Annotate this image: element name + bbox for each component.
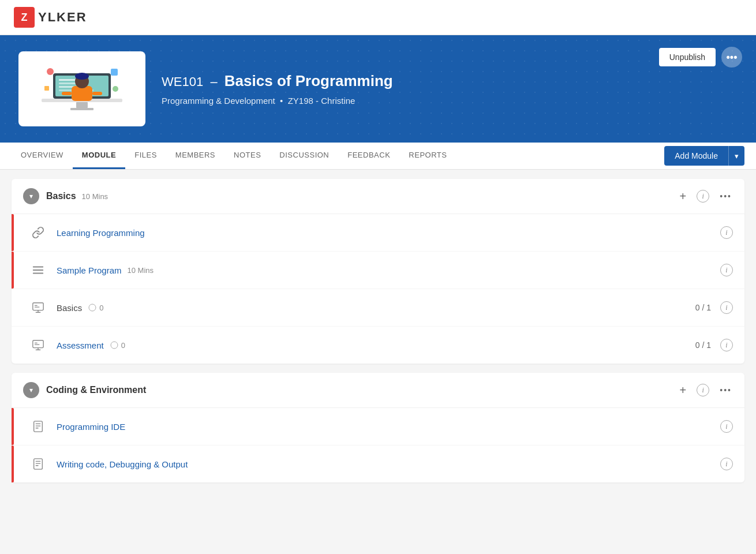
item-programming-ide-info[interactable]: i xyxy=(720,420,733,433)
svg-point-11 xyxy=(75,73,89,80)
item-assessment-comment: 0 xyxy=(110,340,125,350)
module-basics-title: Basics xyxy=(46,191,76,201)
svg-rect-37 xyxy=(34,459,43,469)
add-module-button[interactable]: Add Module xyxy=(664,146,728,166)
item-basics-info[interactable]: i xyxy=(720,301,733,314)
svg-point-16 xyxy=(113,86,118,92)
svg-rect-12 xyxy=(62,92,72,95)
module-basics-expand[interactable]: ▾ xyxy=(23,188,39,204)
item-writing-code-info[interactable]: i xyxy=(720,458,733,470)
module-coding-header: ▾ Coding & Environment + i ••• xyxy=(12,373,744,408)
item-assessment-info[interactable]: i xyxy=(720,339,733,351)
doc-icon xyxy=(28,416,48,437)
course-meta: Programming & Development • ZY198 - Chri… xyxy=(162,96,738,106)
item-sample-program-info[interactable]: i xyxy=(720,264,733,276)
logo: Z YLKER xyxy=(14,7,87,28)
svg-rect-1 xyxy=(76,102,88,108)
item-learning-programming-info[interactable]: i xyxy=(720,226,733,239)
logo-icon: Z xyxy=(14,7,35,28)
module-basics-add[interactable]: + xyxy=(679,189,688,204)
item-assessment: Assessment 0 0 / 1 i xyxy=(12,327,744,364)
svg-rect-27 xyxy=(33,340,43,348)
tab-notes[interactable]: NOTES xyxy=(224,143,270,169)
module-basics-duration: 10 Mins xyxy=(82,192,108,201)
module-coding-actions: + i ••• xyxy=(679,383,733,398)
tab-members[interactable]: MEMBERS xyxy=(166,143,224,169)
add-module-chevron[interactable]: ▾ xyxy=(728,146,744,166)
module-basics: ▾ Basics 10 Mins + i ••• Learning Progra… xyxy=(12,179,744,364)
svg-point-32 xyxy=(111,342,118,349)
item-assessment-score: 0 / 1 xyxy=(695,340,711,350)
svg-rect-15 xyxy=(111,69,118,76)
module-coding-info[interactable]: i xyxy=(697,384,709,396)
svg-rect-17 xyxy=(44,86,49,91)
item-sample-program-actions: i xyxy=(720,264,733,276)
logo-name: YLKER xyxy=(38,10,87,25)
module-basics-more[interactable]: ••• xyxy=(718,190,733,202)
tab-discussion[interactable]: DISCUSSION xyxy=(270,143,338,169)
tab-module[interactable]: MODULE xyxy=(73,143,125,169)
course-thumbnail xyxy=(18,51,145,126)
item-learning-programming: Learning Programming i xyxy=(12,214,744,252)
item-basics-comment: 0 xyxy=(88,303,103,312)
tab-overview[interactable]: OVERVIEW xyxy=(12,143,73,169)
module-coding-title: Coding & Environment xyxy=(46,385,146,395)
list-icon xyxy=(28,260,48,280)
svg-point-14 xyxy=(47,68,54,75)
item-basics-title: Basics xyxy=(57,303,82,313)
item-red-bar xyxy=(12,214,14,251)
module-coding-more[interactable]: ••• xyxy=(718,384,733,396)
tab-files[interactable]: FILES xyxy=(125,143,166,169)
item-sample-program-duration: 10 Mins xyxy=(128,266,154,275)
svg-rect-5 xyxy=(59,79,76,81)
item-basics-actions: 0 / 1 i xyxy=(695,301,733,314)
item-sample-program: Sample Program 10 Mins i xyxy=(12,252,744,289)
svg-rect-21 xyxy=(33,303,43,310)
course-title: Basics of Programming xyxy=(224,72,393,89)
course-info: WE101 – Basics of Programming Programmin… xyxy=(162,72,738,106)
tab-feedback[interactable]: FEEDBACK xyxy=(338,143,399,169)
item-programming-ide: Programming IDE i xyxy=(12,408,744,446)
item-red-bar-2 xyxy=(12,252,14,289)
module-coding: ▾ Coding & Environment + i ••• Programmi… xyxy=(12,373,744,482)
module-basics-actions: + i ••• xyxy=(679,189,733,204)
course-code: WE101 xyxy=(162,74,203,89)
item-writing-code-actions: i xyxy=(720,458,733,470)
item-learning-programming-actions: i xyxy=(720,226,733,239)
svg-rect-13 xyxy=(92,92,102,95)
content-area: ▾ Basics 10 Mins + i ••• Learning Progra… xyxy=(0,170,756,501)
item-assessment-actions: 0 / 1 i xyxy=(695,339,733,351)
monitor-icon-2 xyxy=(28,335,48,355)
course-code-title: WE101 – Basics of Programming xyxy=(162,72,738,90)
item-learning-programming-title[interactable]: Learning Programming xyxy=(57,228,145,238)
module-coding-expand[interactable]: ▾ xyxy=(23,382,39,398)
course-banner: WE101 – Basics of Programming Programmin… xyxy=(0,35,756,143)
item-sample-program-title[interactable]: Sample Program xyxy=(57,265,122,275)
monitor-icon xyxy=(28,297,48,318)
add-module-group: Add Module ▾ xyxy=(664,146,744,166)
module-basics-info[interactable]: i xyxy=(697,190,709,203)
item-basics-score: 0 / 1 xyxy=(695,303,711,312)
unpublish-button[interactable]: Unpublish xyxy=(659,48,716,66)
item-basics-comment-count: 0 xyxy=(99,304,103,312)
item-writing-code-title[interactable]: Writing code, Debugging & Output xyxy=(57,459,188,469)
module-coding-add[interactable]: + xyxy=(679,383,688,398)
item-programming-ide-actions: i xyxy=(720,420,733,433)
tab-reports[interactable]: REPORTS xyxy=(399,143,456,169)
item-programming-ide-title[interactable]: Programming IDE xyxy=(57,422,125,432)
item-red-bar-4 xyxy=(12,446,14,482)
banner-more-button[interactable]: ••• xyxy=(721,47,742,68)
course-instructor: ZY198 - Christine xyxy=(288,96,355,106)
svg-rect-2 xyxy=(70,108,93,110)
link-icon xyxy=(28,222,48,243)
module-basics-header: ▾ Basics 10 Mins + i ••• xyxy=(12,179,744,214)
course-illustration xyxy=(30,57,134,121)
svg-rect-33 xyxy=(34,421,43,432)
item-writing-code: Writing code, Debugging & Output i xyxy=(12,446,744,482)
banner-actions: Unpublish ••• xyxy=(659,47,742,68)
item-assessment-title[interactable]: Assessment xyxy=(57,340,104,350)
item-assessment-comment-count: 0 xyxy=(121,341,125,350)
nav-tabs: OVERVIEW MODULE FILES MEMBERS NOTES DISC… xyxy=(0,143,756,170)
course-category: Programming & Development xyxy=(162,96,275,106)
top-header: Z YLKER xyxy=(0,0,756,35)
